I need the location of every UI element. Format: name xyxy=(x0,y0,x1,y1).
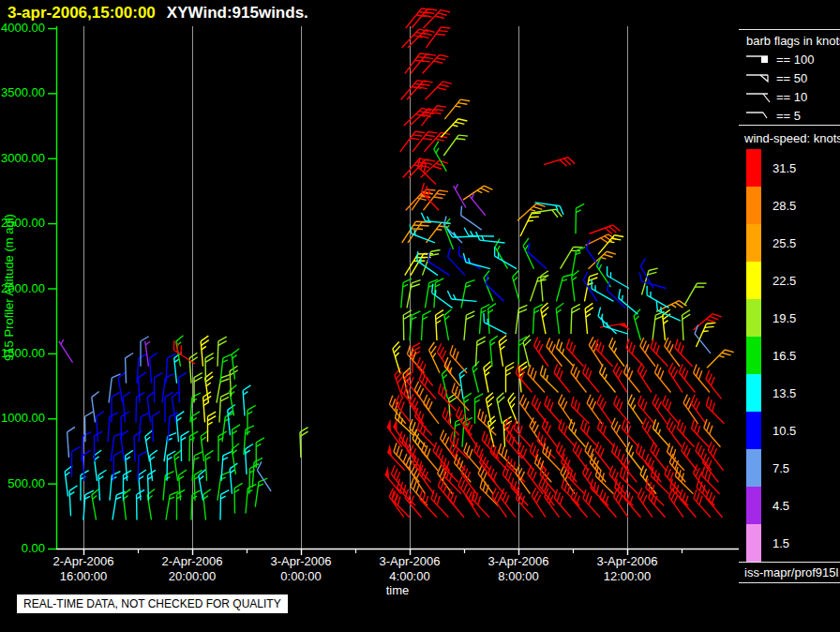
legend-row-label: == 100 xyxy=(776,53,815,67)
colorbar-entry: 22.5 xyxy=(739,262,840,299)
wind-barb xyxy=(150,450,158,481)
wind-barb xyxy=(393,342,400,373)
colorbar-title: wind-speed: knots xyxy=(739,126,840,149)
wind-barb xyxy=(234,483,243,513)
wind-barb xyxy=(523,336,531,367)
wind-barb xyxy=(638,396,654,424)
wind-barb xyxy=(652,419,669,447)
wind-barb xyxy=(441,119,467,138)
wind-barb xyxy=(387,444,404,470)
wind-barb xyxy=(426,82,452,99)
x-axis-title: time xyxy=(386,583,410,597)
wind-barb xyxy=(444,357,460,386)
wind-profile-plot: 4000.003500.003000.002500.002000.001500.… xyxy=(0,0,840,632)
wind-barb xyxy=(194,373,202,403)
wind-barb xyxy=(490,336,498,367)
wind-barb xyxy=(508,393,518,424)
wind-barb xyxy=(68,427,75,458)
colorbar-label: 1.5 xyxy=(772,536,789,550)
wind-barb xyxy=(123,392,130,423)
wind-barb xyxy=(677,419,694,447)
wind-barb xyxy=(684,283,707,305)
colorbar-label: 22.5 xyxy=(772,274,796,288)
y-tick-label: 4000.00 xyxy=(1,21,45,35)
legend-row-label: == 5 xyxy=(776,109,801,123)
colorbar-entry: 4.5 xyxy=(739,487,840,524)
colorbar-swatch xyxy=(746,449,761,487)
y-tick-label: 3000.00 xyxy=(1,151,45,165)
wind-barb xyxy=(437,343,451,372)
watermark-label: iss-mapr/prof915l xyxy=(739,563,840,582)
colorbar-swatch xyxy=(746,224,761,262)
wind-barb xyxy=(179,372,187,402)
wind-barb xyxy=(647,286,668,308)
wind-barb xyxy=(697,323,716,347)
wind-barb xyxy=(655,364,671,392)
wind-barb xyxy=(501,489,516,518)
wind-barb xyxy=(624,364,640,392)
colorbar-swatch xyxy=(746,299,761,337)
wind-barb xyxy=(544,158,575,166)
wind-barb xyxy=(609,338,624,367)
wind-barb xyxy=(69,486,77,516)
wind-barb xyxy=(199,470,206,501)
wind-barb xyxy=(486,393,493,424)
full-barb-icon xyxy=(744,89,772,104)
wind-barb xyxy=(519,362,528,393)
x-tick-date: 3-Apr-2006 xyxy=(596,554,657,568)
wind-barb xyxy=(218,472,230,500)
wind-barb xyxy=(406,8,431,28)
wind-barb xyxy=(429,342,440,373)
wind-barb xyxy=(174,353,182,384)
wind-barb xyxy=(581,419,598,446)
wind-barb xyxy=(447,291,476,301)
legend-row: == 100 xyxy=(739,50,840,68)
barb-legend-title: barb flags in knots xyxy=(739,30,840,50)
wind-barb xyxy=(436,310,444,340)
wind-barb xyxy=(541,271,549,302)
wind-barb xyxy=(466,488,480,518)
legend-row-label: == 10 xyxy=(776,90,807,104)
wind-barb xyxy=(417,420,435,447)
wind-barb xyxy=(395,368,403,399)
x-tick-time: 12:00:00 xyxy=(604,569,652,583)
wind-barb xyxy=(694,364,710,392)
wind-barb xyxy=(608,266,629,289)
pennant-open-icon xyxy=(744,70,772,85)
app-window: 3-apr-2006,15:00:00XYWind:915winds. 4000… xyxy=(0,0,840,632)
wind-barb xyxy=(72,447,81,477)
wind-barb xyxy=(583,489,600,518)
wind-barb xyxy=(470,193,486,215)
barb-legend-rows: == 100== 50== 10== 5 xyxy=(739,50,840,125)
wind-barb xyxy=(419,465,434,494)
colorbar-entry: 10.5 xyxy=(739,412,840,449)
wind-barb xyxy=(707,350,734,368)
y-axis-title: 915 Profiler Altitude (m agl) xyxy=(2,214,16,361)
wind-barb xyxy=(220,490,229,520)
wind-barb xyxy=(663,396,679,424)
colorbar-swatch xyxy=(746,374,761,412)
wind-barb xyxy=(448,248,465,275)
colorbar-label: 28.5 xyxy=(772,199,796,213)
wind-barb xyxy=(257,461,271,491)
x-tick-time: 4:00:00 xyxy=(389,569,429,583)
wind-barb xyxy=(597,419,614,447)
wind-barb xyxy=(205,450,213,480)
wind-barb xyxy=(520,213,541,236)
wind-barb xyxy=(418,158,436,184)
y-tick-label: 3500.00 xyxy=(1,85,45,99)
wind-barb xyxy=(97,412,104,443)
wind-barb xyxy=(600,364,616,392)
wind-barb xyxy=(557,275,573,302)
wind-barb xyxy=(583,364,599,392)
wind-barb xyxy=(412,430,428,459)
wind-barb xyxy=(545,396,562,424)
wind-barb xyxy=(443,135,468,156)
x-tick-time: 16:00:00 xyxy=(60,569,108,583)
colorbar-swatch xyxy=(746,412,761,449)
wind-barb xyxy=(589,337,603,367)
wind-barb xyxy=(110,472,120,501)
wind-barb xyxy=(126,354,133,384)
y-tick-label: 500.00 xyxy=(8,476,45,490)
wind-barb xyxy=(506,363,515,393)
